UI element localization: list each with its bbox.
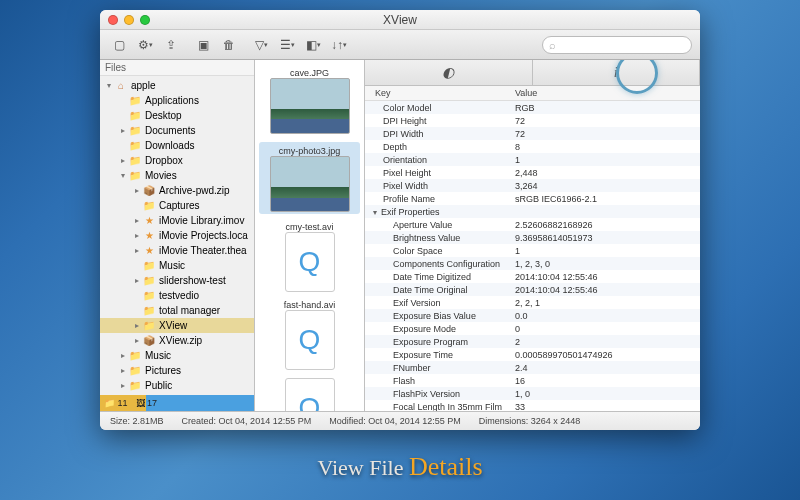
tree-item[interactable]: ▸★iMovie Library.imov (100, 213, 254, 228)
sidebar-header: Files (100, 60, 254, 76)
sidebar: Files ▾⌂apple📁Applications📁Desktop▸📁Docu… (100, 60, 255, 411)
tree-item[interactable]: ▾⌂apple (100, 78, 254, 93)
tree-item[interactable]: ▸📁Documents (100, 123, 254, 138)
titlebar: XView (100, 10, 700, 30)
tab-preview[interactable]: ◐ (365, 60, 533, 85)
property-row: FlashPix Version1, 0 (365, 387, 700, 400)
property-row: Pixel Height2,448 (365, 166, 700, 179)
property-row: Pixel Width3,264 (365, 179, 700, 192)
tree-item[interactable]: ▸📁Music (100, 348, 254, 363)
toolbar: ▢ ⚙︎▾ ⇪ ▣ 🗑 ▽▾ ☰▾ ◧▾ ↓↑▾ ⌕ (100, 30, 700, 60)
property-row: Components Configuration1, 2, 3, 0 (365, 257, 700, 270)
share-button[interactable]: ⇪ (160, 35, 182, 55)
status-modified: Modified: Oct 04, 2014 12:55 PM (329, 416, 461, 426)
property-row: Profile NamesRGB IEC61966-2.1 (365, 192, 700, 205)
property-row: Flash16 (365, 374, 700, 387)
view-mode-button[interactable]: ☰▾ (276, 35, 298, 55)
status-created: Created: Oct 04, 2014 12:55 PM (182, 416, 312, 426)
search-input[interactable]: ⌕ (542, 36, 692, 54)
tree-item[interactable]: ▸📁Dropbox (100, 153, 254, 168)
tree-item[interactable]: ▸📁slidershow-test (100, 273, 254, 288)
property-row: Exposure Time0.000589970501474926 (365, 348, 700, 361)
tree-item[interactable]: 📁Music (100, 258, 254, 273)
property-header: Key Value (365, 86, 700, 101)
property-row: Focal Length In 35mm Film33 (365, 400, 700, 411)
property-row: Exposure Mode0 (365, 322, 700, 335)
column-key: Key (365, 88, 515, 98)
property-row: ▾Exif Properties (365, 205, 700, 218)
delete-button[interactable]: 🗑 (218, 35, 240, 55)
tree-item[interactable]: 📁total manager (100, 303, 254, 318)
property-row: DPI Height72 (365, 114, 700, 127)
thumbnail-item[interactable]: fast-hand.aviQ (259, 300, 360, 370)
tree-item[interactable]: 📁Applications (100, 93, 254, 108)
property-row: Aperture Value2.52606882168926 (365, 218, 700, 231)
sort-button[interactable]: ↓↑▾ (328, 35, 350, 55)
property-row: Exif Version2, 2, 1 (365, 296, 700, 309)
search-icon: ⌕ (549, 39, 556, 51)
tree-item[interactable]: ▾📁Movies (100, 168, 254, 183)
thumbnail-item[interactable]: cave.JPG (259, 68, 360, 134)
folder-tree[interactable]: ▾⌂apple📁Applications📁Desktop▸📁Documents📁… (100, 76, 254, 395)
property-row: Color ModelRGB (365, 101, 700, 114)
sidebar-footer: 📁 11 🖼 17 (100, 395, 254, 411)
property-row: Date Time Original2014:10:04 12:55:46 (365, 283, 700, 296)
folder-tree-button[interactable]: ▢ (108, 35, 130, 55)
thumbnail-item[interactable]: cmy-test.aviQ (259, 222, 360, 292)
tree-item[interactable]: 📁Downloads (100, 138, 254, 153)
thumbnail-item[interactable]: Q (259, 378, 360, 411)
status-dimensions: Dimensions: 3264 x 2448 (479, 416, 581, 426)
tree-item[interactable]: ▸★iMovie Theater.thea (100, 243, 254, 258)
tree-item[interactable]: ▸📁Pictures (100, 363, 254, 378)
window-title: XView (100, 13, 700, 27)
property-list[interactable]: Color ModelRGBDPI Height72DPI Width72Dep… (365, 101, 700, 411)
property-row: Brightness Value9.36958614051973 (365, 231, 700, 244)
property-row: DPI Width72 (365, 127, 700, 140)
status-size: Size: 2.81MB (110, 416, 164, 426)
property-row: Exposure Program2 (365, 335, 700, 348)
details-panel: ◐ i Key Value Color ModelRGBDPI Height72… (365, 60, 700, 411)
property-row: Exposure Bias Value0.0 (365, 309, 700, 322)
tree-item[interactable]: 📁Desktop (100, 108, 254, 123)
filter-button[interactable]: ▽▾ (250, 35, 272, 55)
tree-item[interactable]: ▸📁XView (100, 318, 254, 333)
property-row: FNumber2.4 (365, 361, 700, 374)
statusbar: Size: 2.81MB Created: Oct 04, 2014 12:55… (100, 412, 700, 430)
marketing-caption: View File Details (0, 452, 800, 482)
tree-item[interactable]: ▸📦Archive-pwd.zip (100, 183, 254, 198)
gear-menu-button[interactable]: ⚙︎▾ (134, 35, 156, 55)
thumb-size-button[interactable]: ◧▾ (302, 35, 324, 55)
new-folder-button[interactable]: ▣ (192, 35, 214, 55)
thumbnail-list[interactable]: cave.JPGcmy-photo3.jpgcmy-test.aviQfast-… (255, 60, 365, 411)
property-row: Depth8 (365, 140, 700, 153)
content-area: Files ▾⌂apple📁Applications📁Desktop▸📁Docu… (100, 60, 700, 412)
tree-item[interactable]: 📁testvedio (100, 288, 254, 303)
tree-item[interactable]: 📁Captures (100, 198, 254, 213)
tree-item[interactable]: ▸★iMovie Projects.loca (100, 228, 254, 243)
property-row: Date Time Digitized2014:10:04 12:55:46 (365, 270, 700, 283)
app-window: XView ▢ ⚙︎▾ ⇪ ▣ 🗑 ▽▾ ☰▾ ◧▾ ↓↑▾ ⌕ Files ▾… (100, 10, 700, 430)
tab-info[interactable]: i (533, 60, 701, 85)
folder-count: 📁 11 (104, 398, 128, 408)
property-row: Orientation1 (365, 153, 700, 166)
tree-item[interactable]: ▸📦XView.zip (100, 333, 254, 348)
image-count: 🖼 17 (136, 398, 158, 408)
property-row: Color Space1 (365, 244, 700, 257)
detail-tabs: ◐ i (365, 60, 700, 86)
thumbnail-item[interactable]: cmy-photo3.jpg (259, 142, 360, 214)
column-value: Value (515, 88, 700, 98)
tree-item[interactable]: ▸📁Public (100, 378, 254, 393)
